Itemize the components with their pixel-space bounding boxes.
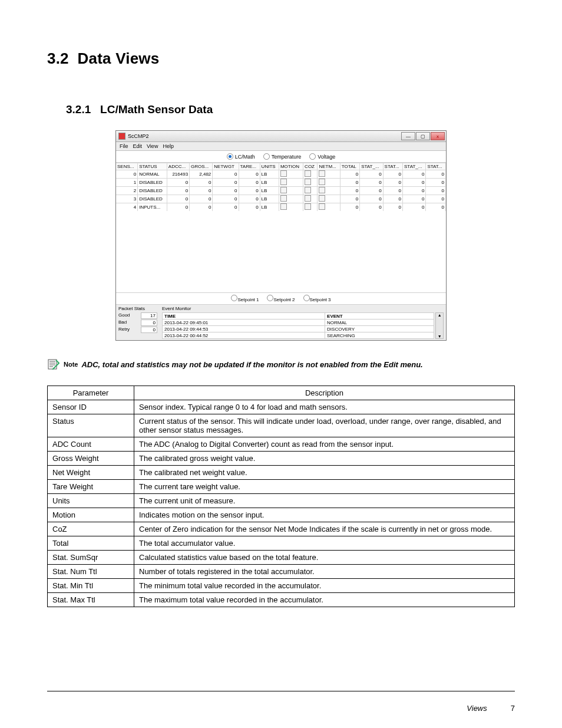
- packet-bad: 0: [141, 319, 157, 326]
- table-row[interactable]: 2013-04-22 09:44:53DISCOVERY: [163, 326, 434, 332]
- param-desc: Number of totals registered in the total…: [134, 565, 515, 579]
- event-scrollbar[interactable]: ▲ ▼: [435, 312, 444, 339]
- view-tabs: LC/Math Temperature Voltage: [116, 151, 446, 163]
- table-row[interactable]: 2013-04-22 09:45:01NORMAL: [163, 319, 434, 326]
- table-row[interactable]: 3DISABLED0000LB00000: [116, 195, 446, 203]
- packet-stats-title: Packet Stats: [118, 306, 157, 311]
- checkbox-icon[interactable]: [319, 179, 325, 185]
- table-row[interactable]: 2013-04-22 00:44:52SEARCHING: [163, 332, 434, 339]
- checkbox-icon[interactable]: [305, 203, 311, 210]
- param-desc: The calibrated gross weight value.: [134, 452, 515, 466]
- param-name: Stat. SumSqr: [48, 551, 134, 565]
- parameter-table: Parameter Description Sensor IDSensor in…: [47, 386, 515, 607]
- param-name: Units: [48, 494, 134, 508]
- checkbox-icon[interactable]: [319, 170, 325, 177]
- checkbox-icon[interactable]: [280, 195, 287, 202]
- menu-view[interactable]: View: [147, 143, 158, 149]
- radio-icon: [303, 295, 310, 301]
- checkbox-icon[interactable]: [305, 170, 311, 177]
- menu-edit[interactable]: Edit: [133, 143, 143, 149]
- radio-icon: [263, 153, 270, 160]
- param-desc: The current tare weight value.: [134, 480, 515, 494]
- param-name: Sensor ID: [48, 400, 134, 414]
- table-row: Stat. Min TtlThe minimum total value rec…: [48, 579, 515, 593]
- setpoint-1[interactable]: Setpoint 1: [231, 295, 259, 302]
- note-icon: [47, 358, 60, 370]
- param-name: Total: [48, 536, 134, 551]
- minimize-button[interactable]: —: [401, 132, 415, 140]
- scroll-down-icon[interactable]: ▼: [436, 334, 443, 338]
- grid-header-row: SENS... STATUS ADCC... GROS... NETWGT TA…: [116, 163, 446, 170]
- note: Note ADC, total and statistics may not b…: [47, 358, 515, 370]
- tab-temperature[interactable]: Temperature: [263, 153, 302, 160]
- scroll-up-icon[interactable]: ▲: [436, 313, 443, 317]
- checkbox-icon[interactable]: [319, 187, 325, 193]
- table-header-parameter: Parameter: [48, 386, 134, 400]
- table-row: ADC CountThe ADC (Analog to Digital Conv…: [48, 437, 515, 452]
- param-desc: The minimum total value recorded in the …: [134, 579, 515, 593]
- radio-icon: [309, 153, 316, 160]
- app-icon: [118, 133, 125, 140]
- param-name: Stat. Max Ttl: [48, 593, 134, 607]
- setpoint-2[interactable]: Setpoint 2: [267, 295, 295, 302]
- menu-help[interactable]: Help: [163, 143, 174, 149]
- titlebar: ScCMP2 — ▢ x: [116, 131, 446, 142]
- checkbox-icon[interactable]: [280, 203, 287, 210]
- sensor-grid[interactable]: SENS... STATUS ADCC... GROS... NETWGT TA…: [116, 163, 446, 292]
- setpoint-tabs: Setpoint 1 Setpoint 2 Setpoint 3: [116, 292, 446, 305]
- table-row: Stat. Max TtlThe maximum total value rec…: [48, 593, 515, 607]
- tab-lcmath[interactable]: LC/Math: [227, 153, 255, 160]
- radio-icon: [231, 295, 237, 301]
- event-table[interactable]: TIME EVENT 2013-04-22 09:45:01NORMAL2013…: [162, 312, 434, 339]
- footer-page-number: 7: [511, 704, 515, 713]
- table-row[interactable]: 1DISABLED0000LB00000: [116, 179, 446, 187]
- page-footer: Views 7: [467, 704, 515, 713]
- table-row: Stat. Num TtlNumber of totals registered…: [48, 565, 515, 579]
- menu-bar: File Edit View Help: [116, 142, 446, 151]
- footer-rule: [47, 691, 515, 691]
- close-button[interactable]: x: [431, 132, 445, 140]
- checkbox-icon[interactable]: [305, 195, 311, 202]
- table-row: Stat. SumSqrCalculated statistics value …: [48, 551, 515, 565]
- svg-rect-0: [48, 360, 57, 369]
- checkbox-icon[interactable]: [280, 170, 287, 177]
- app-window: ScCMP2 — ▢ x File Edit View Help LC/Math…: [115, 130, 447, 341]
- param-name: Gross Weight: [48, 452, 134, 466]
- tab-voltage[interactable]: Voltage: [309, 153, 335, 160]
- param-desc: Calculated statistics value based on the…: [134, 551, 515, 565]
- checkbox-icon[interactable]: [280, 179, 287, 185]
- param-desc: The total accumulator value.: [134, 536, 515, 551]
- checkbox-icon[interactable]: [319, 203, 325, 210]
- note-text: ADC, total and statistics may not be upd…: [81, 360, 422, 369]
- checkbox-icon[interactable]: [280, 187, 287, 193]
- param-name: Stat. Num Ttl: [48, 565, 134, 579]
- param-desc: Center of Zero indication for the sensor…: [134, 522, 515, 536]
- param-name: CoZ: [48, 522, 134, 536]
- table-row: Gross WeightThe calibrated gross weight …: [48, 452, 515, 466]
- table-row[interactable]: 2DISABLED0000LB00000: [116, 187, 446, 195]
- param-desc: Sensor index. Typical range 0 to 4 for l…: [134, 400, 515, 414]
- section-title: Data Views: [78, 50, 160, 67]
- param-desc: The ADC (Analog to Digital Converter) co…: [134, 437, 515, 452]
- maximize-button[interactable]: ▢: [416, 132, 430, 140]
- table-row[interactable]: 4INPUTS...0000LB00000: [116, 203, 446, 212]
- table-row: MotionIndicates motion on the sensor inp…: [48, 508, 515, 522]
- checkbox-icon[interactable]: [305, 187, 311, 193]
- param-desc: Current status of the sensor. This will …: [134, 414, 515, 437]
- subsection-title: LC/Math Sensor Data: [100, 103, 213, 116]
- table-row: Tare WeightThe current tare weight value…: [48, 480, 515, 494]
- setpoint-3[interactable]: Setpoint 3: [303, 295, 331, 302]
- param-desc: Indicates motion on the sensor input.: [134, 508, 515, 522]
- checkbox-icon[interactable]: [319, 195, 325, 202]
- table-row[interactable]: 0NORMAL2164932,48200LB00000: [116, 170, 446, 179]
- table-row: UnitsThe current unit of measure.: [48, 494, 515, 508]
- note-label: Note: [64, 361, 78, 368]
- param-name: ADC Count: [48, 437, 134, 452]
- checkbox-icon[interactable]: [305, 179, 311, 185]
- param-name: Net Weight: [48, 466, 134, 480]
- radio-icon: [227, 153, 233, 160]
- param-name: Motion: [48, 508, 134, 522]
- menu-file[interactable]: File: [120, 143, 128, 149]
- param-desc: The calibrated net weight value.: [134, 466, 515, 480]
- packet-good: 17: [141, 312, 157, 319]
